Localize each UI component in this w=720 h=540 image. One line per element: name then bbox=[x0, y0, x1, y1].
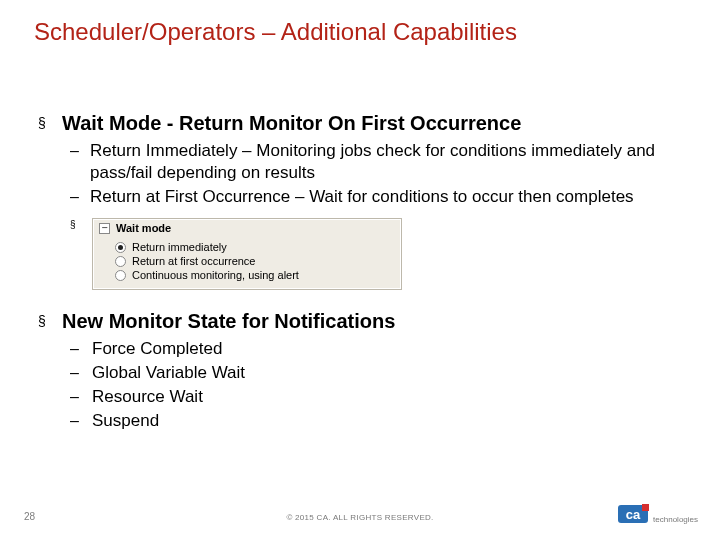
logo-subtext: technologies bbox=[653, 515, 698, 526]
radio-icon bbox=[115, 270, 126, 281]
copyright-text: © 2015 CA. ALL RIGHTS RESERVED. bbox=[0, 513, 720, 522]
ca-logo-icon: ca bbox=[618, 502, 650, 526]
radio-icon bbox=[115, 256, 126, 267]
list-item-text: Resource Wait bbox=[92, 386, 203, 408]
dash-mark: – bbox=[70, 410, 92, 432]
section-heading-2: § New Monitor State for Notifications bbox=[34, 308, 674, 334]
list-item: – Force Completed bbox=[70, 338, 674, 360]
radio-label: Continuous monitoring, using alert bbox=[132, 269, 299, 281]
radio-icon bbox=[115, 242, 126, 253]
bullet-mark: § bbox=[34, 110, 62, 136]
section-heading-text: New Monitor State for Notifications bbox=[62, 308, 395, 334]
dash-mark: – bbox=[70, 338, 92, 360]
section-heading-1: § Wait Mode - Return Monitor On First Oc… bbox=[34, 110, 674, 136]
bullet-mark: § bbox=[34, 308, 62, 334]
radio-continuous-monitoring[interactable]: Continuous monitoring, using alert bbox=[115, 269, 391, 281]
bullet-mark: § bbox=[70, 218, 92, 232]
slide-title: Scheduler/Operators – Additional Capabil… bbox=[34, 18, 517, 46]
list-item: – Global Variable Wait bbox=[70, 362, 674, 384]
slide: Scheduler/Operators – Additional Capabil… bbox=[0, 0, 720, 540]
wait-mode-options: Return immediately Return at first occur… bbox=[93, 235, 401, 289]
wait-mode-panel-wrap: § − Wait mode Return immediately Return … bbox=[70, 218, 674, 290]
list-item-text: Suspend bbox=[92, 410, 159, 432]
bullet-item: – Return Immediately – Monitoring jobs c… bbox=[70, 140, 674, 184]
wait-mode-title: Wait mode bbox=[116, 222, 171, 234]
svg-rect-2 bbox=[642, 504, 649, 511]
wait-mode-header: − Wait mode bbox=[93, 219, 401, 235]
bullet-item: – Return at First Occurrence – Wait for … bbox=[70, 186, 674, 208]
dash-mark: – bbox=[70, 186, 90, 208]
state-list: – Force Completed – Global Variable Wait… bbox=[70, 338, 674, 432]
wait-mode-panel: − Wait mode Return immediately Return at… bbox=[92, 218, 402, 290]
dash-mark: – bbox=[70, 362, 92, 384]
list-item-text: Force Completed bbox=[92, 338, 222, 360]
list-item: – Resource Wait bbox=[70, 386, 674, 408]
radio-label: Return at first occurrence bbox=[132, 255, 256, 267]
dash-mark: – bbox=[70, 140, 90, 162]
list-item-text: Global Variable Wait bbox=[92, 362, 245, 384]
dash-mark: – bbox=[70, 386, 92, 408]
collapse-toggle[interactable]: − bbox=[99, 223, 110, 234]
bullet-text: Return Immediately – Monitoring jobs che… bbox=[90, 140, 674, 184]
radio-return-immediately[interactable]: Return immediately bbox=[115, 241, 391, 253]
section-heading-text: Wait Mode - Return Monitor On First Occu… bbox=[62, 110, 521, 136]
svg-text:ca: ca bbox=[626, 507, 641, 522]
list-item: – Suspend bbox=[70, 410, 674, 432]
slide-content: § Wait Mode - Return Monitor On First Oc… bbox=[34, 110, 674, 434]
ca-logo: ca technologies bbox=[618, 502, 698, 526]
radio-return-first-occurrence[interactable]: Return at first occurrence bbox=[115, 255, 391, 267]
radio-label: Return immediately bbox=[132, 241, 227, 253]
bullet-text: Return at First Occurrence – Wait for co… bbox=[90, 186, 634, 208]
